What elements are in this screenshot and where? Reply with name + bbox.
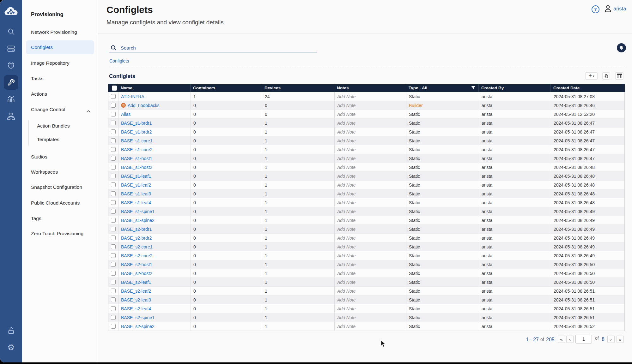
row-checkbox[interactable] <box>108 287 118 295</box>
configlet-link[interactable]: BASE_s2-brdr1 <box>121 227 152 232</box>
sidebar-item-change-control[interactable]: Change Control <box>22 103 98 116</box>
notifications-bell-icon[interactable] <box>617 43 626 52</box>
configlet-link[interactable]: BASE_s2-leaf1 <box>121 280 151 285</box>
configlet-link[interactable]: BASE_s1-brdr1 <box>121 121 152 126</box>
sidebar-item-snapshot-configuration[interactable]: Snapshot Configuration <box>22 180 98 194</box>
configlet-link[interactable]: BASE_s2-host1 <box>121 262 152 267</box>
row-checkbox[interactable] <box>108 225 118 233</box>
cloudvision-logo-icon[interactable] <box>4 8 18 16</box>
row-checkbox[interactable] <box>108 163 118 171</box>
configlet-link[interactable]: BASE_s2-brdr2 <box>121 236 152 241</box>
provisioning-rail-icon[interactable] <box>4 75 18 90</box>
settings-rail-icon[interactable]: ⚙ <box>7 343 15 351</box>
configlet-link[interactable]: BASE_s1-leaf2 <box>121 182 151 188</box>
row-checkbox[interactable] <box>108 269 118 277</box>
configlet-link[interactable]: BASE_s1-core1 <box>121 138 153 143</box>
configlet-link[interactable]: ATD-INFRA <box>121 94 144 99</box>
row-checkbox[interactable] <box>108 242 118 251</box>
sidebar-item-zero-touch-provisioning[interactable]: Zero Touch Provisioning <box>22 227 98 241</box>
configlet-link[interactable]: BASE_s1-leaf3 <box>121 191 151 196</box>
breadcrumb[interactable]: Configlets <box>109 58 129 63</box>
page-number-input[interactable] <box>575 335 592 343</box>
row-checkbox[interactable] <box>108 136 118 145</box>
row-checkbox[interactable] <box>108 322 118 331</box>
row-checkbox[interactable] <box>108 128 118 136</box>
add-note-button[interactable]: Add Note <box>335 313 406 322</box>
add-note-button[interactable]: Add Note <box>335 216 406 224</box>
row-checkbox[interactable] <box>108 154 118 163</box>
col-header-type[interactable]: Type - All <box>406 84 479 92</box>
configlet-link[interactable]: BASE_s1-host1 <box>121 156 152 161</box>
row-checkbox[interactable] <box>108 198 118 207</box>
add-note-button[interactable]: Add Note <box>335 136 406 145</box>
configlet-link[interactable]: BASE_s2-core2 <box>121 253 153 258</box>
filter-icon[interactable] <box>471 86 475 90</box>
configlet-link[interactable]: BASE_s2-spine2 <box>121 324 155 329</box>
configlet-link[interactable]: BASE_s2-spine1 <box>121 315 155 320</box>
add-note-button[interactable]: Add Note <box>335 154 406 163</box>
add-note-button[interactable]: Add Note <box>335 119 406 127</box>
user-icon[interactable] <box>604 5 612 14</box>
help-icon[interactable]: ? <box>592 5 599 13</box>
row-checkbox[interactable] <box>108 251 118 260</box>
search-rail-icon[interactable] <box>7 27 15 36</box>
configlet-link[interactable]: BASE_s2-leaf4 <box>121 306 151 311</box>
configlet-link[interactable]: BASE_s1-brdr2 <box>121 129 152 134</box>
row-checkbox[interactable] <box>108 216 118 224</box>
add-note-button[interactable]: Add Note <box>335 145 406 154</box>
col-header-notes[interactable]: Notes <box>334 84 406 92</box>
row-checkbox[interactable] <box>108 295 118 304</box>
add-note-button[interactable]: Add Note <box>335 295 406 304</box>
last-page-button[interactable]: » <box>617 336 624 343</box>
add-note-button[interactable]: Add Note <box>335 269 406 277</box>
topology-rail-icon[interactable] <box>7 112 15 121</box>
row-checkbox[interactable] <box>108 207 118 216</box>
row-checkbox[interactable] <box>108 260 118 269</box>
sidebar-item-tags[interactable]: Tags <box>22 212 98 225</box>
configlet-link[interactable]: BASE_s2-leaf3 <box>121 297 151 302</box>
configlet-link[interactable]: BASE_s1-leaf1 <box>121 174 151 179</box>
row-checkbox[interactable] <box>108 234 118 242</box>
row-checkbox[interactable] <box>108 119 118 127</box>
configlet-link[interactable]: BASE_s1-leaf4 <box>121 200 151 205</box>
next-page-button[interactable]: › <box>607 336 615 343</box>
add-note-button[interactable]: Add Note <box>335 242 406 251</box>
col-header-containers[interactable]: Containers <box>191 84 262 92</box>
row-checkbox[interactable] <box>108 181 118 189</box>
configlet-link[interactable]: BASE_s1-spine1 <box>121 209 155 214</box>
add-note-button[interactable]: Add Note <box>335 189 406 198</box>
prev-page-button[interactable]: ‹ <box>566 336 574 343</box>
add-note-button[interactable]: Add Note <box>335 92 406 101</box>
user-name[interactable]: arista <box>613 6 626 12</box>
col-header-created-date[interactable]: Created Date <box>551 84 625 92</box>
col-header-devices[interactable]: Devices <box>262 84 334 92</box>
add-note-button[interactable]: Add Note <box>335 128 406 136</box>
col-header-name[interactable]: Name <box>118 84 191 92</box>
add-note-button[interactable]: Add Note <box>335 304 406 313</box>
sidebar-item-public-cloud-accounts[interactable]: Public Cloud Accounts <box>22 196 98 210</box>
row-checkbox[interactable] <box>108 145 118 154</box>
sidebar-item-image-repository[interactable]: Image Repository <box>22 56 98 70</box>
add-note-button[interactable]: Add Note <box>335 278 406 286</box>
first-page-button[interactable]: « <box>558 336 565 343</box>
metrics-rail-icon[interactable] <box>7 95 15 103</box>
sidebar-item-tasks[interactable]: Tasks <box>22 72 98 86</box>
sidebar-item-action-bundles[interactable]: Action Bundles <box>22 119 98 133</box>
select-all-checkbox[interactable] <box>108 84 118 92</box>
add-note-button[interactable]: Add Note <box>335 287 406 295</box>
row-checkbox[interactable] <box>108 110 118 118</box>
row-checkbox[interactable] <box>108 92 118 101</box>
search-input[interactable]: Search <box>121 45 136 51</box>
column-settings-button[interactable] <box>615 72 623 80</box>
configlet-link[interactable]: BASE_s1-core2 <box>121 147 153 152</box>
col-header-created-by[interactable]: Created By <box>479 84 551 92</box>
add-note-button[interactable]: Add Note <box>335 198 406 207</box>
lock-rail-icon[interactable] <box>7 326 15 335</box>
add-note-button[interactable]: Add Note <box>335 207 406 216</box>
add-note-button[interactable]: Add Note <box>335 322 406 331</box>
add-note-button[interactable]: Add Note <box>335 163 406 171</box>
row-checkbox[interactable] <box>108 304 118 313</box>
import-export-button[interactable] <box>602 72 610 80</box>
devices-rail-icon[interactable] <box>7 45 15 53</box>
configlet-link[interactable]: BASE_s2-leaf2 <box>121 289 151 294</box>
